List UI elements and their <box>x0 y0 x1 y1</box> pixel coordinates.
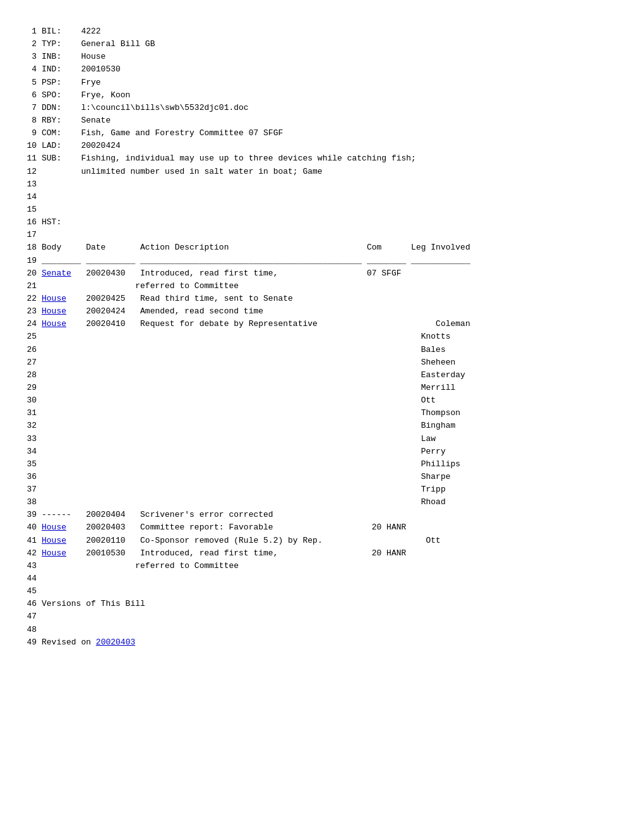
line-content: House 20020110 Co-Sponsor removed (Rule … <box>42 535 625 547</box>
line-number: 10 <box>19 140 37 152</box>
line-number: 43 <box>19 560 37 572</box>
line-content: Knotts <box>42 330 625 343</box>
line-number: 3 <box>19 51 37 63</box>
table-row: 39------ 20020404 Scrivener's error corr… <box>19 509 625 521</box>
line-content: House 20010530 Introduced, read first ti… <box>42 547 625 560</box>
line-content: Sharpe <box>42 471 625 483</box>
line-content: Easterday <box>42 369 625 382</box>
line-number: 11 <box>19 152 37 165</box>
table-row: 29 Merrill <box>19 382 625 394</box>
line-content: INB: House <box>42 51 625 63</box>
line-content <box>42 229 625 241</box>
line-number: 16 <box>19 216 37 229</box>
line-content: Body Date Action Description Com Leg Inv… <box>42 241 625 254</box>
line-content: SPO: Frye, Koon <box>42 89 625 102</box>
line-content <box>42 572 625 585</box>
line-number: 30 <box>19 394 37 407</box>
line-number: 47 <box>19 610 37 623</box>
house-link[interactable]: House <box>42 319 66 329</box>
line-content: BIL: 4222 <box>42 25 625 38</box>
line-number: 22 <box>19 293 37 305</box>
house-link[interactable]: House <box>42 548 66 558</box>
table-row: 15 <box>19 203 625 216</box>
line-number: 23 <box>19 305 37 318</box>
line-number: 48 <box>19 624 37 636</box>
senate-link[interactable]: Senate <box>42 269 71 278</box>
line-number: 4 <box>19 63 37 76</box>
line-content: House 20020403 Committee report: Favorab… <box>42 521 625 534</box>
table-row: 17 <box>19 229 625 241</box>
line-content <box>42 178 625 191</box>
table-row: 27 Sheheen <box>19 356 625 369</box>
line-number: 49 <box>19 636 37 649</box>
table-row: 7DDN: l:\council\bills\swb\5532djc01.doc <box>19 102 625 114</box>
line-number: 29 <box>19 382 37 394</box>
table-row: 23House 20020424 Amended, read second ti… <box>19 305 625 318</box>
line-number: 40 <box>19 521 37 534</box>
line-content: House 20020424 Amended, read second time <box>42 305 625 318</box>
table-row: 26 Bales <box>19 344 625 356</box>
table-row: 20Senate 20020430 Introduced, read first… <box>19 267 625 280</box>
bill-detail-page: 1BIL: 42222TYP: General Bill GB3INB: Hou… <box>19 25 625 649</box>
line-number: 24 <box>19 318 37 330</box>
line-content: Bales <box>42 344 625 356</box>
line-number: 32 <box>19 420 37 432</box>
table-row: 45 <box>19 585 625 598</box>
table-row: 34 Perry <box>19 445 625 458</box>
line-number: 25 <box>19 330 37 343</box>
line-number: 14 <box>19 191 37 203</box>
line-number: 28 <box>19 369 37 382</box>
line-content: IND: 20010530 <box>42 63 625 76</box>
table-row: 3INB: House <box>19 51 625 63</box>
line-number: 42 <box>19 547 37 560</box>
table-row: 41House 20020110 Co-Sponsor removed (Rul… <box>19 535 625 547</box>
line-number: 45 <box>19 585 37 598</box>
line-content: Rhoad <box>42 496 625 509</box>
table-row: 12 unlimited number used in salt water i… <box>19 166 625 178</box>
line-content: LAD: 20020424 <box>42 140 625 152</box>
table-row: 40House 20020403 Committee report: Favor… <box>19 521 625 534</box>
line-content: TYP: General Bill GB <box>42 38 625 51</box>
line-number: 41 <box>19 535 37 547</box>
line-number: 31 <box>19 407 37 420</box>
house-link[interactable]: House <box>42 306 66 316</box>
house-link[interactable]: House <box>42 294 66 303</box>
line-number: 9 <box>19 127 37 140</box>
line-content: DDN: l:\council\bills\swb\5532djc01.doc <box>42 102 625 114</box>
line-content: Versions of This Bill <box>42 598 625 610</box>
line-content: referred to Committee <box>42 560 625 572</box>
line-content: ________ __________ ____________________… <box>42 255 625 267</box>
line-number: 36 <box>19 471 37 483</box>
table-row: 5PSP: Frye <box>19 76 625 89</box>
line-number: 1 <box>19 25 37 38</box>
table-row: 47 <box>19 610 625 623</box>
table-row: 38 Rhoad <box>19 496 625 509</box>
line-number: 12 <box>19 166 37 178</box>
line-content: HST: <box>42 216 625 229</box>
line-content: Phillips <box>42 458 625 471</box>
house-link[interactable]: House <box>42 523 66 532</box>
line-number: 2 <box>19 38 37 51</box>
table-row: 13 <box>19 178 625 191</box>
table-row: 11SUB: Fishing, individual may use up to… <box>19 152 625 165</box>
line-number: 39 <box>19 509 37 521</box>
table-row: 43 referred to Committee <box>19 560 625 572</box>
line-content: ------ 20020404 Scrivener's error correc… <box>42 509 625 521</box>
table-row: 32 Bingham <box>19 420 625 432</box>
house-link[interactable]: House <box>42 536 66 545</box>
line-number: 27 <box>19 356 37 369</box>
line-number: 33 <box>19 433 37 445</box>
table-row: 19________ __________ __________________… <box>19 255 625 267</box>
table-row: 18Body Date Action Description Com Leg I… <box>19 241 625 254</box>
table-row: 31 Thompson <box>19 407 625 420</box>
line-number: 46 <box>19 598 37 610</box>
table-row: 49Revised on 20020403 <box>19 636 625 649</box>
table-row: 42House 20010530 Introduced, read first … <box>19 547 625 560</box>
line-content: House 20020410 Request for debate by Rep… <box>42 318 625 330</box>
20020403-link[interactable]: 20020403 <box>96 638 135 647</box>
table-row: 1BIL: 4222 <box>19 25 625 38</box>
line-number: 5 <box>19 76 37 89</box>
table-row: 37 Tripp <box>19 483 625 496</box>
line-content: SUB: Fishing, individual may use up to t… <box>42 152 625 165</box>
table-row: 21 referred to Committee <box>19 280 625 293</box>
